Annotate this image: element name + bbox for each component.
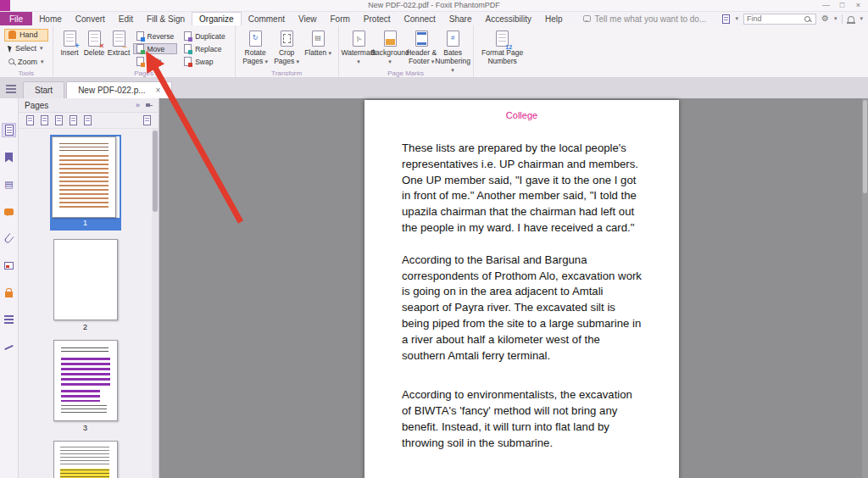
move-button[interactable]: Move — [133, 43, 178, 54]
split-label: Split — [147, 58, 162, 66]
thumbnails-panel-icon[interactable] — [3, 124, 15, 136]
maximize-button[interactable]: □ — [834, 0, 850, 11]
insert-button[interactable]: + Insert — [58, 27, 82, 68]
tab-form[interactable]: Form — [324, 12, 357, 25]
insert-page-icon: + — [64, 31, 76, 47]
rotate-pages-button[interactable]: ↻ Rotate Pages ▾ — [240, 27, 271, 68]
page-tool-icon[interactable] — [26, 115, 34, 125]
pdf-page[interactable]: College These lists are prepared by the … — [364, 100, 679, 478]
search-icon[interactable] — [804, 16, 810, 22]
tab-convert[interactable]: Convert — [69, 12, 112, 25]
cursor-icon — [8, 44, 13, 53]
page-thumbnail-2[interactable]: 2 — [53, 239, 118, 331]
duplicate-button[interactable]: Duplicate — [181, 31, 228, 42]
pages-group-label: Pages — [53, 69, 235, 77]
tab-list-icon[interactable] — [6, 85, 16, 95]
tab-edit[interactable]: Edit — [112, 12, 140, 25]
select-tool-button[interactable]: Select ▾ — [4, 42, 48, 55]
thumbnail-image-3[interactable] — [53, 340, 118, 421]
page-tool-icon[interactable] — [41, 115, 48, 125]
zoom-tool-button[interactable]: Zoom ▾ — [4, 55, 48, 68]
tab-connect[interactable]: Connect — [398, 12, 442, 25]
pages-panel: Pages » 1 2 3 — [19, 98, 159, 478]
thumbnail-image-4[interactable] — [53, 441, 118, 478]
page-tool-icon[interactable] — [70, 115, 77, 125]
document-scrollbar[interactable] — [862, 98, 868, 478]
organize-ribbon: Hand Select ▾ Zoom ▾ Tools + Insert × De… — [0, 25, 868, 78]
signature-icon[interactable] — [3, 341, 15, 353]
extract-page-icon: → — [113, 31, 125, 47]
thumbnail-image-2[interactable] — [53, 239, 118, 320]
tab-close-icon[interactable]: × — [156, 86, 161, 95]
page-tool-icon[interactable] — [84, 115, 92, 125]
thumbnails-scrollbar[interactable] — [152, 129, 159, 478]
background-button[interactable]: Background ▾ — [375, 27, 406, 68]
swap-button[interactable]: Swap — [181, 56, 228, 67]
bates-numbering-button[interactable]: # Bates Numbering ▾ — [437, 27, 469, 68]
caret-down-icon[interactable]: ▾ — [834, 15, 837, 22]
page-number-label: 2 — [83, 323, 87, 331]
page-thumbnail-3[interactable]: 3 — [53, 340, 118, 432]
find-input[interactable] — [747, 14, 804, 23]
tab-protect[interactable]: Protect — [357, 12, 398, 25]
tab-share[interactable]: Share — [442, 12, 479, 25]
tell-me-box[interactable]: Tell me what you want to do... — [583, 12, 707, 25]
page-number-badge: 1 — [52, 218, 120, 229]
hand-tool-button[interactable]: Hand — [4, 29, 48, 42]
document-canvas[interactable]: College These lists are prepared by the … — [159, 98, 868, 478]
page-marks-group: A Watermark ▾ Background ▾ Header & Foot… — [339, 25, 474, 77]
caret-down-icon[interactable]: ▾ — [860, 15, 863, 22]
tab-fill-sign[interactable]: Fill & Sign — [140, 12, 192, 25]
expand-chevrons-icon[interactable]: » — [136, 101, 140, 109]
flatten-button[interactable]: ▤ Flatten ▾ — [303, 27, 334, 68]
find-box[interactable] — [743, 14, 816, 25]
pin-panel-icon[interactable] — [146, 102, 153, 108]
thumbnail-image-1[interactable] — [52, 136, 116, 218]
tab-organize[interactable]: Organize — [192, 12, 242, 25]
stamps-icon[interactable] — [3, 259, 15, 272]
layers-icon[interactable]: ▤ — [3, 178, 15, 191]
caret-down-icon: ▾ — [431, 58, 435, 64]
tab-accessibility[interactable]: Accessibility — [478, 12, 537, 25]
scrollbar-thumb[interactable] — [153, 131, 158, 212]
ribbon-tab-bar: File Home Convert Edit Fill & Sign Organ… — [0, 12, 868, 25]
pages-panel-title: Pages — [25, 101, 48, 110]
comments-icon[interactable] — [3, 205, 15, 218]
tab-file[interactable]: File — [0, 12, 32, 25]
settings-gear-icon[interactable]: ⚙ — [821, 14, 829, 23]
bates-numbering-label: Bates Numbering — [435, 48, 470, 65]
transform-group-label: Transform — [236, 69, 338, 77]
tab-help[interactable]: Help — [538, 12, 570, 25]
tab-home[interactable]: Home — [32, 12, 69, 25]
tab-document[interactable]: New PDF-022.p... × — [66, 81, 172, 98]
minimize-button[interactable]: — — [818, 0, 834, 11]
tab-view[interactable]: View — [292, 12, 324, 25]
caret-down-icon[interactable]: ▾ — [735, 15, 738, 22]
page-thumbnail-4[interactable] — [53, 441, 118, 478]
close-button[interactable]: × — [850, 0, 866, 11]
notifications-bell-icon[interactable] — [848, 16, 854, 22]
attachments-icon[interactable] — [3, 232, 15, 245]
fields-icon[interactable] — [3, 314, 15, 326]
crop-pages-button[interactable]: Crop Pages ▾ — [271, 27, 303, 68]
security-lock-icon[interactable] — [3, 286, 15, 299]
bookmarks-icon[interactable] — [3, 151, 15, 164]
header-footer-icon — [415, 31, 428, 47]
page-tool-icon[interactable] — [55, 115, 63, 125]
header-footer-button[interactable]: Header & Footer ▾ — [406, 27, 437, 68]
page-thumbnail-1[interactable]: 1 — [50, 135, 121, 231]
format-page-numbers-button[interactable]: 12 Format Page Numbers — [478, 27, 527, 68]
pages-panel-header: Pages » — [19, 98, 159, 113]
watermark-button[interactable]: A Watermark ▾ — [343, 27, 375, 68]
replace-button[interactable]: Replace — [181, 43, 228, 54]
snapshot-icon[interactable] — [722, 14, 730, 24]
format-page-numbers-group: 12 Format Page Numbers — [474, 25, 531, 77]
scrollbar-thumb[interactable] — [863, 100, 867, 193]
delete-button[interactable]: × Delete — [82, 27, 107, 68]
tab-start[interactable]: Start — [23, 81, 64, 98]
reverse-button[interactable]: Reverse — [133, 31, 178, 42]
split-button[interactable]: Split — [133, 56, 178, 67]
panel-options-icon[interactable] — [143, 115, 151, 125]
tab-comment[interactable]: Comment — [242, 12, 292, 25]
extract-button[interactable]: → Extract — [107, 27, 131, 68]
